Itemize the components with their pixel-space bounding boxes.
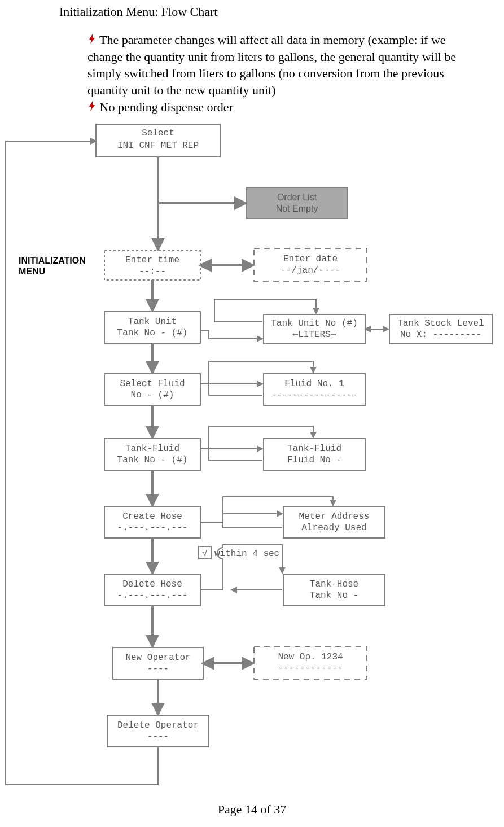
svg-text:Enter date: Enter date [283, 254, 338, 264]
bolt-icon [87, 32, 97, 49]
node-tankhose: Tank-Hose Tank No - [283, 574, 385, 606]
svg-text:Tank No -: Tank No - [310, 590, 358, 601]
svg-rect-54 [254, 646, 367, 679]
node-orderlist: Order List Not Empty [247, 187, 347, 218]
node-select: Select INI CNF MET REP [96, 124, 220, 157]
node-enterdate: Enter date --/jan/---- [254, 248, 367, 281]
svg-text:----: ---- [147, 664, 169, 674]
svg-text:←LITERS→: ←LITERS→ [293, 330, 336, 340]
svg-text:--/jan/----: --/jan/---- [281, 265, 340, 275]
svg-text:----: ---- [147, 732, 169, 742]
node-meteraddr: Meter Address Already Used [283, 506, 385, 538]
node-createhose: Create Hose -.---.---.--- [104, 506, 200, 538]
node-within4: √ √ within 4 sec. within 4 sec. [199, 546, 285, 559]
svg-text:New Op. 1234: New Op. 1234 [278, 652, 343, 662]
svg-text:Meter Address: Meter Address [299, 511, 370, 522]
svg-text:-.---.---.---: -.---.---.--- [117, 523, 188, 533]
svg-text:√: √ [202, 549, 208, 559]
warning-text-1: The parameter changes will affect all da… [87, 33, 456, 97]
svg-text:Delete Hose: Delete Hose [122, 579, 182, 589]
svg-text:Tank Unit No (#): Tank Unit No (#) [271, 318, 358, 329]
svg-text:No X: ---------: No X: --------- [400, 330, 481, 340]
node-delop: Delete Operator ---- [107, 715, 209, 747]
svg-text:Tank-Fluid: Tank-Fluid [125, 444, 179, 454]
svg-text:------------: ------------ [278, 663, 343, 673]
node-tankunit: Tank Unit Tank No - (#) [104, 312, 200, 343]
node-entertime: Enter time --:-- [104, 251, 200, 280]
svg-text:Fluid No. 1: Fluid No. 1 [284, 379, 344, 389]
warning-text-2: No pending dispense order [100, 100, 233, 114]
node-tankfluid: Tank-Fluid Tank No - (#) [104, 439, 200, 470]
bolt-icon [87, 99, 97, 116]
svg-text:Order List: Order List [277, 192, 317, 202]
svg-text:Delete Operator: Delete Operator [117, 720, 199, 730]
node-fluidno1: Fluid No. 1 ---------------- [264, 374, 365, 405]
flowchart-diagram: Select INI CNF MET REP Order List Not Em… [0, 119, 504, 796]
svg-text:New Operator: New Operator [125, 653, 190, 663]
svg-text:-.---.---.---: -.---.---.--- [117, 590, 188, 601]
node-selectfluid: Select Fluid No - (#) [104, 374, 200, 405]
node-deletehose: Delete Hose -.---.---.--- [104, 574, 200, 606]
page-footer: Page 14 of 37 [0, 802, 504, 817]
svg-text:Tank Unit: Tank Unit [128, 317, 177, 327]
svg-marker-1 [89, 101, 95, 111]
svg-text:Already Used: Already Used [301, 523, 366, 533]
svg-text:Tank-Fluid: Tank-Fluid [287, 444, 341, 454]
svg-text:within 4 sec.: within 4 sec. [214, 549, 285, 559]
svg-text:Select Fluid: Select Fluid [120, 379, 185, 389]
svg-rect-11 [254, 248, 367, 281]
svg-text:Not Empty: Not Empty [276, 204, 318, 213]
svg-text:Tank-Hose: Tank-Hose [310, 579, 358, 589]
svg-marker-0 [89, 34, 95, 44]
node-tankfluidno: Tank-Fluid Fluid No - [264, 439, 365, 470]
node-tankstock: Tank Stock Level No X: --------- [389, 314, 492, 344]
node-tankunitno: Tank Unit No (#) ←LITERS→ [264, 314, 365, 344]
svg-text:Tank No - (#): Tank No - (#) [117, 455, 188, 465]
node-newop: New Operator ---- [113, 647, 203, 679]
svg-text:No - (#): No - (#) [131, 390, 174, 400]
svg-text:INI   CNF   MET   REP: INI CNF MET REP [117, 141, 199, 151]
svg-text:Create Hose: Create Hose [122, 511, 182, 522]
node-newop1234: New Op. 1234 ------------ [254, 646, 367, 679]
svg-text:Select: Select [142, 128, 174, 138]
svg-text:Tank No - (#): Tank No - (#) [117, 328, 188, 338]
page-title: Initialization Menu: Flow Chart [59, 5, 217, 19]
svg-text:Fluid No -: Fluid No - [287, 455, 341, 465]
warning-paragraph: The parameter changes will affect all da… [87, 32, 483, 115]
svg-text:Tank Stock Level: Tank Stock Level [397, 318, 484, 329]
svg-text:--:--: --:-- [139, 266, 166, 277]
svg-text:----------------: ---------------- [271, 390, 358, 400]
svg-text:Enter time: Enter time [125, 255, 179, 265]
